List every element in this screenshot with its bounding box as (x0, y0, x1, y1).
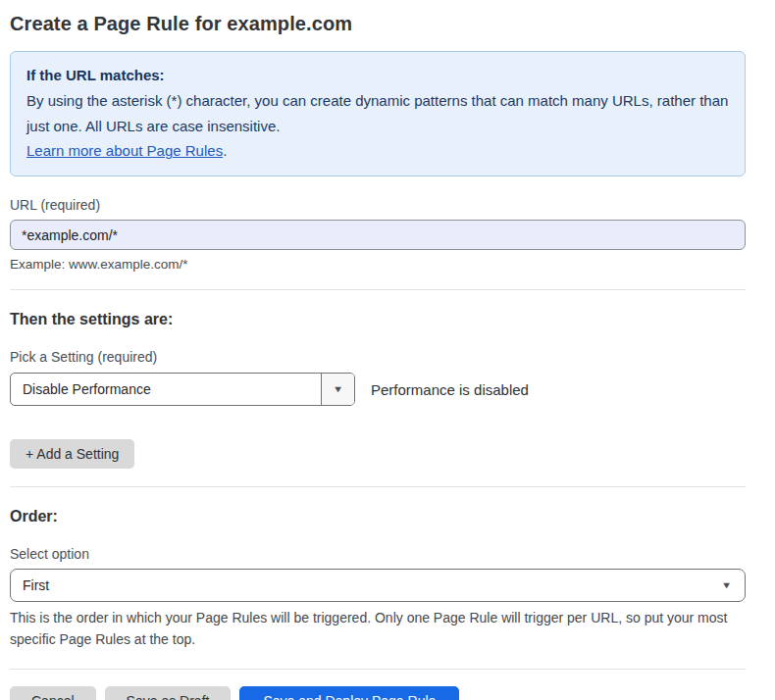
chevron-down-icon: ▼ (333, 385, 343, 394)
page-rule-form: Create a Page Rule for example.com If th… (0, 0, 775, 700)
save-and-deploy-button[interactable]: Save and Deploy Page Rule (239, 686, 459, 700)
form-actions: Cancel Save as Draft Save and Deploy Pag… (10, 686, 746, 700)
order-section-heading: Order: (10, 508, 746, 525)
save-as-draft-button[interactable]: Save as Draft (105, 686, 232, 700)
divider (10, 486, 746, 487)
setting-select[interactable]: Disable Performance ▼ (10, 373, 355, 406)
order-select-label: Select option (10, 546, 746, 562)
order-select-value: First (23, 577, 49, 593)
info-box-body: By using the asterisk (*) character, you… (26, 88, 729, 139)
link-suffix: . (223, 142, 227, 159)
setting-row: Disable Performance ▼ Performance is dis… (10, 373, 746, 406)
divider (10, 669, 746, 670)
order-select[interactable]: First ▼ (10, 569, 746, 602)
chevron-down-icon: ▼ (721, 581, 732, 590)
page-title: Create a Page Rule for example.com (10, 13, 746, 35)
url-input[interactable] (10, 220, 746, 250)
setting-select-value: Disable Performance (11, 374, 321, 405)
cancel-button[interactable]: Cancel (10, 686, 96, 700)
setting-status-text: Performance is disabled (371, 381, 529, 398)
info-box-heading: If the URL matches: (26, 63, 729, 88)
url-field-label: URL (required) (10, 197, 746, 213)
setting-select-arrow-button[interactable]: ▼ (321, 374, 354, 405)
pick-setting-label: Pick a Setting (required) (10, 349, 746, 365)
info-box-link-line: Learn more about Page Rules. (26, 138, 729, 164)
settings-section-heading: Then the settings are: (10, 311, 746, 328)
learn-more-link[interactable]: Learn more about Page Rules (26, 142, 223, 159)
order-help-text: This is the order in which your Page Rul… (10, 608, 736, 650)
url-match-info-box: If the URL matches: By using the asteris… (10, 51, 746, 176)
divider (10, 289, 746, 290)
add-setting-button[interactable]: + Add a Setting (10, 439, 134, 469)
url-example-text: Example: www.example.com/* (10, 257, 746, 272)
